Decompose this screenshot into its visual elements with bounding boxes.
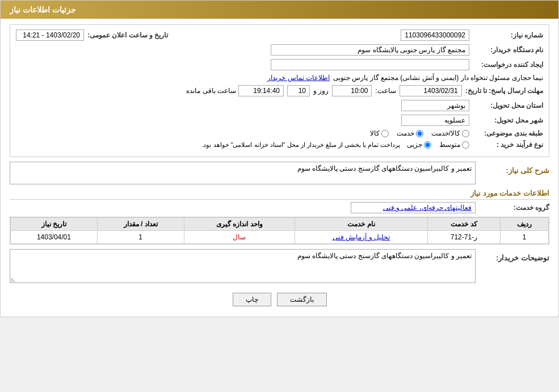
table-row: 1 ر-71-712 تحلیل و آزمایش فنی سال 1 1403… — [11, 231, 549, 244]
creator-value — [271, 59, 469, 70]
button-row: بازگشت چاپ — [10, 293, 549, 306]
buyer-desc-container — [10, 249, 476, 285]
need-number-label: شماره نیاز: — [469, 31, 543, 39]
col-qty: تعداد / مقدار — [97, 218, 184, 231]
col-code: کد خدمت — [428, 218, 501, 231]
row-need-number: شماره نیاز: 1103096433000092 تاریخ و ساع… — [16, 29, 543, 41]
table-header-row: ردیف کد خدمت نام خدمت واحد اندازه گیری ت… — [11, 218, 549, 231]
service-group-label: گروه خدمت: — [476, 204, 549, 212]
cell-code: ر-71-712 — [428, 231, 501, 244]
province-label: استان محل تحویل: — [469, 102, 543, 109]
page-content: شماره نیاز: 1103096433000092 تاریخ و ساع… — [1, 19, 558, 317]
category-label: طبقه بندی موضوعی: — [469, 129, 543, 137]
radio-khadamat[interactable]: خدمت — [397, 129, 423, 137]
purchase-note: پرداخت تمام یا بخشی از مبلغ خریدار از مح… — [201, 141, 400, 149]
row-org-name: نام دستگاه خریدار: مجتمع گاز پارس جنوبی … — [16, 44, 543, 56]
radio-kala-khadamat-input[interactable] — [462, 130, 469, 137]
city-label: شهر محل تحویل: — [469, 116, 543, 124]
buyer-desc-textarea[interactable] — [10, 249, 476, 283]
page-title: جزئیات اطلاعات نیاز — [10, 5, 76, 14]
service-group-link[interactable]: فعالیتهای حرفه‌ای، علمی و فنی — [383, 204, 472, 212]
contact-link[interactable]: اطلاعات تماس خریدار — [267, 74, 330, 82]
row-city: شهر محل تحویل: عسلویه — [16, 115, 543, 126]
col-row: ردیف — [500, 218, 548, 231]
row-responsible: نیما حجاری مسئول تنخواه دار (ایمنی و آتش… — [16, 74, 543, 82]
row-purchase-type: نوع فرآیند خرید : متوسط جزیی پرداخت تمام… — [16, 141, 543, 149]
services-table-container: ردیف کد خدمت نام خدمت واحد اندازه گیری ت… — [10, 217, 549, 245]
cell-name[interactable]: تحلیل و آزمایش فنی — [295, 231, 428, 244]
cell-unit: سال — [184, 231, 295, 244]
purchase-type-label: نوع فرآیند خرید : — [469, 141, 543, 149]
cell-date: 1403/04/01 — [11, 231, 98, 244]
row-category: طبقه بندی موضوعی: کالا/خدمت خدمت کالا — [16, 129, 543, 137]
radio-motawaset[interactable]: متوسط — [439, 141, 469, 149]
deadline-time-label: ساعت: — [375, 87, 396, 95]
need-desc-text: تعمیر و کالیبراسیون دستگاههای گازسنج دست… — [297, 165, 472, 172]
org-name-label: نام دستگاه خریدار: — [469, 46, 543, 54]
row-province: استان محل تحویل: بوشهر — [16, 100, 543, 111]
col-unit: واحد اندازه گیری — [184, 218, 295, 231]
city-value: عسلویه — [401, 115, 469, 126]
service-group-value: فعالیتهای حرفه‌ای، علمی و فنی — [351, 202, 476, 213]
org-name-value: مجتمع گاز پارس جنوبی پالایشگاه سوم — [271, 44, 469, 56]
services-table: ردیف کد خدمت نام خدمت واحد اندازه گیری ت… — [10, 217, 549, 244]
need-number-value: 1103096433000092 — [401, 29, 469, 41]
radio-motawaset-label: متوسط — [439, 141, 460, 149]
print-button[interactable]: چاپ — [233, 293, 271, 306]
need-desc-value: تعمیر و کالیبراسیون دستگاههای گازسنج دست… — [10, 162, 476, 184]
col-name: نام خدمت — [295, 218, 428, 231]
announce-value: 1403/02/20 - 14:21 — [16, 29, 84, 41]
row-deadline: مهلت ارسال پاسخ: تا تاریخ: 1403/02/31 سا… — [16, 85, 543, 96]
radio-jozi[interactable]: جزیی — [407, 141, 431, 149]
row-need-desc: شرح کلی نیاز: تعمیر و کالیبراسیون دستگاه… — [10, 162, 549, 184]
col-date: تاریخ نیاز — [11, 218, 98, 231]
radio-motawaset-input[interactable] — [462, 141, 469, 149]
radio-kala-khadamat[interactable]: کالا/خدمت — [431, 129, 469, 137]
need-desc-label: شرح کلی نیاز: — [476, 166, 549, 176]
announce-label: تاریخ و ساعت اعلان عمومی: — [87, 31, 168, 39]
province-value: بوشهر — [401, 100, 469, 111]
deadline-label: مهلت ارسال پاسخ: تا تاریخ: — [462, 87, 543, 95]
page-wrapper: جزئیات اطلاعات نیاز شماره نیاز: 11030964… — [0, 0, 559, 317]
radio-jozi-label: جزیی — [407, 141, 422, 149]
radio-khadamat-label: خدمت — [397, 129, 414, 137]
cell-row: 1 — [500, 231, 548, 244]
back-button[interactable]: بازگشت — [277, 293, 327, 306]
deadline-days-label: روز و — [313, 87, 329, 95]
responsible-text: نیما حجاری مسئول تنخواه دار (ایمنی و آتش… — [333, 74, 543, 82]
radio-kala-khadamat-label: کالا/خدمت — [431, 129, 460, 137]
deadline-time: 10:00 — [332, 85, 372, 96]
row-buyer-desc: توضیحات خریدار: — [10, 249, 549, 285]
radio-kala[interactable]: کالا — [370, 129, 389, 137]
purchase-type-group: متوسط جزیی — [407, 141, 469, 149]
deadline-remaining-label: ساعت باقی مانده — [186, 87, 236, 95]
deadline-date: 1403/02/31 — [400, 85, 462, 96]
deadline-remaining: 19:14:40 — [238, 85, 284, 96]
buyer-desc-label: توضیحات خریدار: — [476, 254, 549, 264]
deadline-days: 10 — [287, 85, 310, 96]
category-radio-group: کالا/خدمت خدمت کالا — [370, 129, 469, 137]
row-service-group: گروه خدمت: فعالیتهای حرفه‌ای، علمی و فنی — [10, 202, 549, 213]
cell-qty: 1 — [97, 231, 184, 244]
main-info-section: شماره نیاز: 1103096433000092 تاریخ و ساع… — [10, 24, 549, 157]
radio-khadamat-input[interactable] — [416, 130, 423, 137]
services-title: اطلاعات خدمات مورد نیاز — [10, 189, 549, 200]
page-header: جزئیات اطلاعات نیاز — [1, 1, 558, 19]
creator-label: ایجاد کننده درخواست: — [469, 61, 543, 69]
radio-kala-input[interactable] — [381, 130, 389, 137]
radio-kala-label: کالا — [370, 129, 380, 137]
radio-jozi-input[interactable] — [424, 141, 431, 149]
row-creator: ایجاد کننده درخواست: — [16, 59, 543, 70]
